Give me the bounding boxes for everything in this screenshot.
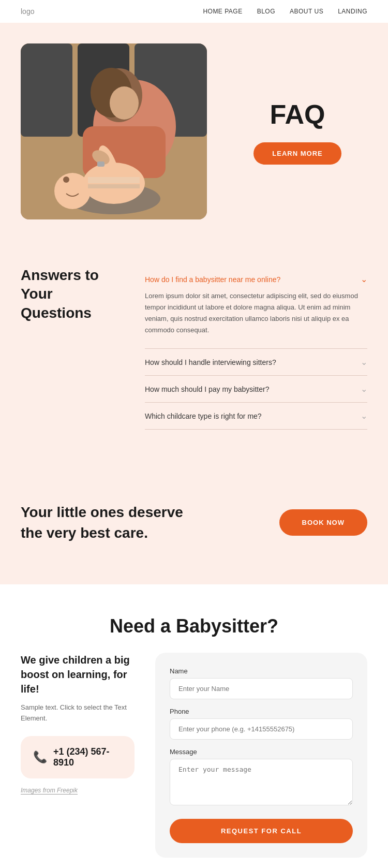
svg-point-7: [110, 86, 139, 120]
faq-question-1[interactable]: How do I find a babysitter near me onlin…: [145, 274, 367, 284]
svg-point-12: [63, 176, 69, 183]
faq-item-2: How should I handle interviewing sitters…: [145, 349, 367, 376]
contact-right: Name Phone Message REQUEST FOR CALL: [155, 653, 367, 858]
faq-heading: Answers to Your Questions: [21, 266, 124, 322]
nav-links: HOME PAGE BLOG ABOUT US LANDING: [203, 8, 367, 15]
phone-card: 📞 +1 (234) 567-8910: [21, 736, 135, 778]
request-call-button[interactable]: REQUEST FOR CALL: [170, 819, 353, 843]
contact-left-text: Sample text. Click to select the Text El…: [21, 702, 135, 724]
svg-rect-1: [21, 43, 72, 137]
phone-number: +1 (234) 567-8910: [53, 746, 122, 768]
svg-rect-16: [88, 184, 140, 188]
contact-title: Need a Babysitter?: [21, 615, 367, 637]
hero-faq-title: FAQ: [228, 99, 367, 130]
cta-text: Your little ones deserve the very best c…: [21, 502, 183, 542]
hero-text: FAQ LEARN MORE: [228, 99, 367, 165]
faq-section: Answers to Your Questions How do I find …: [0, 245, 388, 461]
contact-form: Name Phone Message REQUEST FOR CALL: [155, 653, 367, 858]
book-now-button[interactable]: BOOK NOW: [279, 509, 367, 536]
phone-label: Phone: [170, 708, 353, 715]
contact-header: Need a Babysitter?: [21, 615, 367, 637]
faq-question-text-2: How should I handle interviewing sitters…: [145, 358, 276, 366]
navbar: logo HOME PAGE BLOG ABOUT US LANDING: [0, 0, 388, 23]
faq-chevron-4: ⌄: [361, 411, 367, 421]
nav-blog[interactable]: BLOG: [257, 8, 275, 15]
name-input[interactable]: [170, 678, 353, 699]
phone-icon: 📞: [33, 751, 47, 764]
svg-rect-15: [88, 177, 140, 183]
logo: logo: [21, 7, 34, 16]
faq-item-3: How much should I pay my babysitter? ⌄: [145, 376, 367, 403]
phone-input[interactable]: [170, 718, 353, 740]
faq-question-text-3: How much should I pay my babysitter?: [145, 385, 269, 393]
faq-question-2[interactable]: How should I handle interviewing sitters…: [145, 357, 367, 367]
contact-body: We give children a big boost on learning…: [21, 653, 367, 858]
faq-question-3[interactable]: How much should I pay my babysitter? ⌄: [145, 384, 367, 394]
faq-chevron-1: ⌄: [361, 274, 367, 284]
faq-chevron-2: ⌄: [361, 357, 367, 367]
contact-section: Need a Babysitter? We give children a bi…: [0, 584, 388, 868]
hero-image: [21, 43, 207, 219]
contact-left-title: We give children a big boost on learning…: [21, 653, 135, 696]
contact-left: We give children a big boost on learning…: [21, 653, 135, 795]
learn-more-button[interactable]: LEARN MORE: [253, 142, 341, 165]
form-group-phone: Phone: [170, 708, 353, 740]
faq-chevron-3: ⌄: [361, 384, 367, 394]
faq-question-text-1: How do I find a babysitter near me onlin…: [145, 275, 280, 284]
contact-attribution: Images from Freepik: [21, 787, 135, 794]
faq-item-4: Which childcare type is right for me? ⌄: [145, 403, 367, 430]
faq-title: Answers to Your Questions: [21, 266, 124, 322]
faq-answer-1: Lorem ipsum dolor sit amet, consectetur …: [145, 290, 367, 340]
nav-landing[interactable]: LANDING: [338, 8, 367, 15]
hero-section: FAQ LEARN MORE: [0, 23, 388, 245]
name-label: Name: [170, 667, 353, 675]
svg-point-11: [54, 173, 91, 209]
faq-item-1: How do I find a babysitter near me onlin…: [145, 266, 367, 349]
svg-rect-17: [97, 161, 105, 167]
form-group-message: Message: [170, 748, 353, 807]
message-label: Message: [170, 748, 353, 756]
faq-list: How do I find a babysitter near me onlin…: [145, 266, 367, 430]
faq-question-4[interactable]: Which childcare type is right for me? ⌄: [145, 411, 367, 421]
form-group-name: Name: [170, 667, 353, 699]
cta-section: Your little ones deserve the very best c…: [0, 461, 388, 584]
nav-about[interactable]: ABOUT US: [290, 8, 323, 15]
faq-question-text-4: Which childcare type is right for me?: [145, 412, 262, 420]
nav-home[interactable]: HOME PAGE: [203, 8, 242, 15]
message-textarea[interactable]: [170, 759, 353, 805]
